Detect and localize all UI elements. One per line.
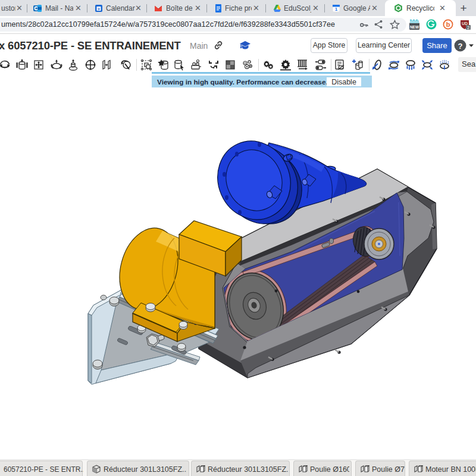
svg-text:b: b xyxy=(446,21,450,28)
svg-text:2: 2 xyxy=(467,25,469,30)
svg-text:1: 1 xyxy=(335,7,338,12)
svg-text:?: ? xyxy=(458,42,463,51)
svg-text:NEW: NEW xyxy=(410,25,419,29)
